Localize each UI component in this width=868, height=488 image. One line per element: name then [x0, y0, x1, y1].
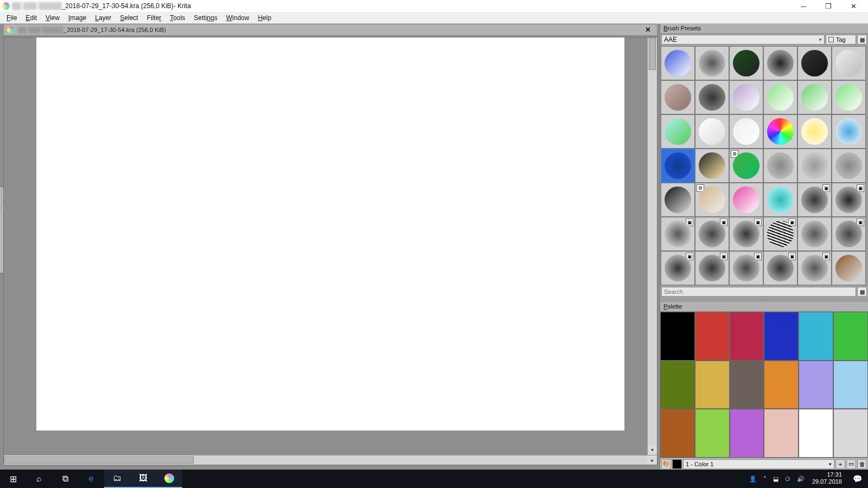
document-tab[interactable]: ██ ███ █████ _2018-07-29_17-30-54.kra (2… [3, 24, 658, 36]
brush-preset[interactable] [695, 114, 729, 149]
tray-people-icon[interactable]: 👤 [749, 476, 757, 483]
taskbar-search-icon[interactable]: ⌕ [26, 470, 52, 488]
palette-swatch[interactable] [660, 409, 695, 458]
brush-preset[interactable] [832, 251, 866, 285]
palette-swatch[interactable] [764, 312, 799, 361]
brush-preset[interactable] [797, 46, 832, 80]
vertical-scrollbar[interactable]: ▾ [647, 37, 657, 455]
menu-edit[interactable]: Edit [21, 13, 41, 23]
menu-layer[interactable]: Layer [91, 13, 116, 23]
palette-swatch[interactable] [695, 312, 730, 361]
brush-preset[interactable]: ▣ [661, 251, 695, 285]
brush-preset[interactable] [763, 114, 797, 149]
tray-volume-icon[interactable]: 🔊 [797, 476, 805, 483]
brush-preset[interactable] [661, 183, 695, 217]
palette-swatch[interactable] [730, 361, 764, 409]
brush-preset[interactable] [832, 114, 866, 149]
brush-preset[interactable] [661, 46, 695, 80]
brush-search-input[interactable] [661, 287, 856, 297]
brush-tag-selector[interactable]: AAE ▾ [661, 35, 825, 44]
palette-add-button[interactable]: + [835, 459, 845, 469]
window-maximize-button[interactable]: ❐ [816, 0, 841, 12]
brush-preset[interactable]: ▣ [832, 183, 866, 217]
brush-preset[interactable] [729, 114, 763, 149]
palette-swatch[interactable] [833, 312, 868, 361]
brush-preset[interactable]: ⚙ [729, 149, 763, 183]
brush-preset[interactable] [797, 149, 832, 183]
brush-preset[interactable] [661, 80, 695, 114]
brush-preset[interactable] [729, 46, 763, 80]
palette-swatch[interactable] [799, 409, 833, 458]
brush-preset[interactable] [763, 80, 797, 114]
task-view-icon[interactable]: ⧉ [52, 470, 78, 488]
brush-preset[interactable]: ⚙ [695, 183, 729, 217]
brush-preset[interactable]: ▣ [661, 217, 695, 251]
menu-select[interactable]: Select [116, 13, 142, 23]
brush-preset[interactable] [763, 183, 797, 217]
brush-preset[interactable]: ▣ [729, 251, 763, 285]
palette-picker-icon[interactable]: 🎨 [661, 459, 671, 469]
brush-preset[interactable] [797, 80, 832, 114]
brush-preset[interactable] [661, 114, 695, 149]
brush-presets-header[interactable]: Brush Presets [660, 24, 868, 34]
menu-file[interactable]: File [2, 13, 21, 23]
brush-preset[interactable] [797, 114, 832, 149]
brush-preset[interactable] [832, 46, 866, 80]
horizontal-scrollbar-thumb[interactable] [4, 457, 194, 464]
menu-help[interactable]: Help [253, 13, 276, 23]
taskbar-app-edge[interactable]: e [78, 470, 104, 488]
brush-preset[interactable]: ▣ [797, 183, 832, 217]
brush-preset[interactable]: ▣ [695, 251, 729, 285]
menu-view[interactable]: View [41, 13, 64, 23]
palette-swatch[interactable] [695, 409, 730, 458]
panel-splitter[interactable]: ······ [660, 298, 868, 302]
brush-preset[interactable]: ▣ [729, 217, 763, 251]
palette-swatch[interactable] [764, 409, 799, 458]
brush-preset[interactable] [695, 80, 729, 114]
brush-preset[interactable]: ▣ [695, 217, 729, 251]
brush-preset[interactable]: ▣ [797, 251, 832, 285]
palette-folder-button[interactable]: ▭ [846, 459, 856, 469]
palette-swatch[interactable] [695, 361, 730, 409]
document-tab-close-icon[interactable]: × [642, 25, 654, 35]
taskbar-clock[interactable]: 17:31 29.07.2018 [808, 470, 846, 488]
brush-preset[interactable] [832, 80, 866, 114]
canvas[interactable] [36, 37, 624, 431]
brush-preset[interactable] [695, 46, 729, 80]
tray-dropbox-icon[interactable]: ⬓ [773, 476, 778, 483]
brush-preset[interactable] [729, 183, 763, 217]
palette-swatch[interactable] [660, 361, 695, 409]
taskbar-app-krita[interactable] [156, 470, 182, 488]
brush-preset[interactable] [797, 217, 832, 251]
tray-wifi-icon[interactable]: ⚆ [785, 476, 790, 483]
palette-swatch[interactable] [833, 361, 868, 409]
palette-swatch[interactable] [799, 361, 833, 409]
palette-color-name-selector[interactable]: 1 - Color 1 ▾ [683, 459, 834, 469]
tray-chevron-up-icon[interactable]: ˄ [763, 476, 767, 483]
scroll-right-icon[interactable]: ▸ [647, 455, 657, 465]
brush-preset[interactable] [832, 149, 866, 183]
brush-preset[interactable] [763, 46, 797, 80]
menu-settings[interactable]: Settings [189, 13, 221, 23]
action-center-icon[interactable]: 💬 [846, 470, 868, 488]
brush-preset[interactable] [763, 149, 797, 183]
menu-tools[interactable]: Tools [165, 13, 189, 23]
brush-tag-button[interactable]: Tag [826, 35, 856, 44]
menu-filter[interactable]: Filter [143, 13, 166, 23]
brush-preset[interactable]: ▣ [763, 251, 797, 285]
palette-swatch[interactable] [730, 312, 764, 361]
brush-view-mode-button[interactable]: ▦ [857, 35, 867, 44]
palette-delete-button[interactable]: 🗑 [857, 459, 867, 469]
brush-preset-selected[interactable] [661, 149, 695, 183]
scroll-down-icon[interactable]: ▾ [648, 445, 657, 455]
start-button[interactable]: ⊞ [0, 470, 26, 488]
brush-preset[interactable]: ▣ [832, 217, 866, 251]
palette-swatch[interactable] [730, 409, 764, 458]
palette-swatch[interactable] [833, 409, 868, 458]
palette-swatch[interactable] [764, 361, 799, 409]
brush-search-options-button[interactable]: ▦ [857, 287, 867, 297]
palette-swatch[interactable] [799, 312, 833, 361]
window-close-button[interactable]: ✕ [841, 0, 866, 12]
taskbar-app-explorer[interactable]: 🗂 [104, 470, 130, 488]
brush-preset[interactable] [729, 80, 763, 114]
